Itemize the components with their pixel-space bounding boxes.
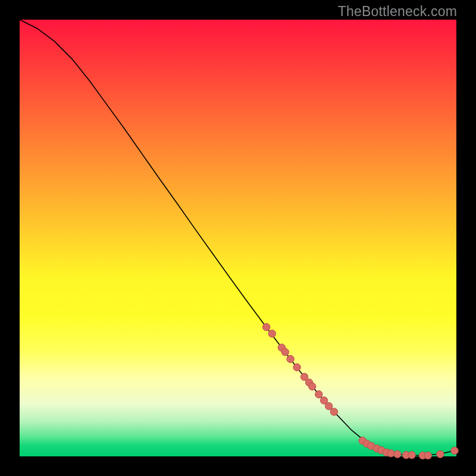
curve-line <box>20 20 455 456</box>
watermark-text: TheBottleneck.com <box>338 4 457 20</box>
data-point <box>293 364 300 371</box>
data-point <box>437 450 444 458</box>
chart-stage: TheBottleneck.com <box>0 0 476 476</box>
data-point <box>394 450 401 458</box>
chart-svg <box>20 20 456 456</box>
data-point <box>408 452 415 459</box>
data-point <box>315 391 322 398</box>
plot-area <box>20 20 456 456</box>
data-point <box>424 452 431 459</box>
data-point <box>281 348 289 355</box>
data-point <box>387 450 394 457</box>
data-point <box>287 355 294 362</box>
points-group <box>263 324 459 459</box>
data-point <box>325 402 332 409</box>
data-point <box>451 447 458 454</box>
data-point <box>309 383 316 390</box>
data-point <box>330 408 337 415</box>
data-point <box>268 330 275 337</box>
data-point <box>263 324 270 331</box>
